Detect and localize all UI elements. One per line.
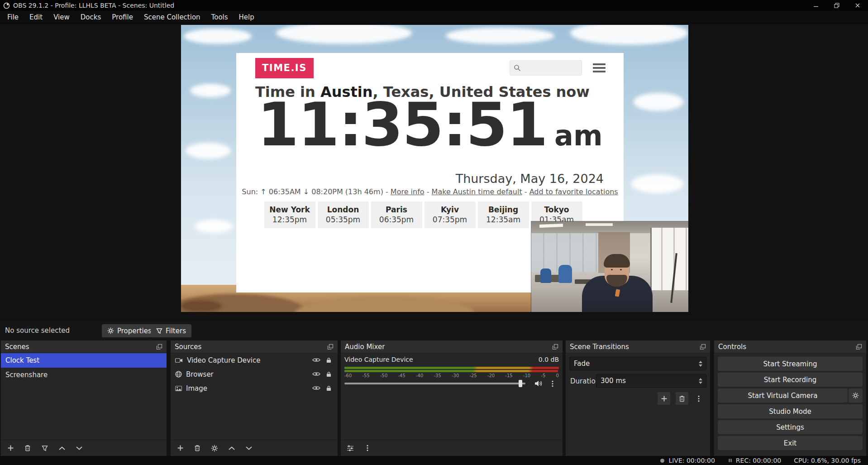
city-cell: Beijing 12:35am [478, 201, 529, 228]
lock-icon [326, 385, 331, 391]
stream-status-icon [659, 458, 665, 464]
move-source-down-button[interactable] [244, 443, 254, 453]
transitions-panel-title: Scene Transitions [570, 343, 629, 351]
meter-tick: -60 [344, 373, 352, 378]
timeis-logo: TIME.IS [255, 58, 314, 78]
exit-button[interactable]: Exit [718, 436, 863, 450]
cpu-usage: CPU: 0.6%, 30.00 fps [794, 457, 861, 464]
start-virtual-camera-button[interactable]: Start Virtual Camera [718, 388, 848, 403]
lock-toggle[interactable] [326, 385, 331, 391]
scene-filters-button[interactable] [40, 443, 50, 453]
hamburger-menu-icon [593, 63, 606, 72]
popout-button[interactable] [156, 344, 162, 350]
move-scene-up-button[interactable] [57, 443, 67, 453]
popout-icon [700, 344, 706, 350]
source-toolbar: No source selected Properties Filters [0, 321, 868, 340]
move-scene-down-button[interactable] [74, 443, 84, 453]
plus-icon [661, 395, 668, 402]
cloud [276, 25, 412, 44]
minimize-button[interactable] [806, 0, 826, 11]
preview-canvas[interactable]: TIME.IS Time in Austin, Texas, United St… [181, 25, 688, 312]
sliders-icon [347, 445, 354, 451]
close-button[interactable] [847, 0, 868, 11]
menu-edit[interactable]: Edit [24, 13, 48, 21]
transition-menu-button[interactable] [694, 393, 704, 403]
mixer-channel-menu-button[interactable] [552, 380, 553, 387]
dots-vertical-icon [698, 395, 700, 402]
popout-button[interactable] [856, 344, 862, 350]
trash-icon [24, 445, 31, 451]
sun-info: Sun: ↑ 06:35AM ↓ 08:20PM (13h 46m) [242, 187, 383, 196]
popout-icon [856, 344, 862, 350]
mute-button[interactable] [534, 380, 544, 387]
remove-transition-button[interactable] [676, 392, 688, 405]
link-make-default: Make Austin time default [432, 187, 522, 196]
visibility-toggle[interactable] [312, 371, 320, 377]
source-item[interactable]: Video Capture Device [171, 353, 338, 367]
webcam-person-eye [620, 269, 622, 270]
lock-toggle[interactable] [326, 357, 331, 363]
advanced-audio-button[interactable] [345, 443, 355, 453]
scene-item[interactable]: Screenshare [1, 368, 167, 382]
remove-source-button[interactable] [192, 443, 202, 453]
settings-button[interactable]: Settings [718, 420, 863, 434]
properties-button[interactable]: Properties [102, 324, 157, 337]
chevron-up-icon [58, 446, 66, 451]
popout-button[interactable] [700, 344, 706, 350]
duration-input[interactable]: 300 ms [596, 374, 706, 388]
meter-tick: -50 [380, 373, 387, 378]
duration-spinner[interactable] [699, 378, 706, 384]
add-scene-button[interactable] [5, 443, 15, 453]
add-transition-button[interactable] [658, 392, 670, 405]
studio-mode-button[interactable]: Studio Mode [718, 404, 863, 418]
menu-help[interactable]: Help [234, 13, 260, 21]
lock-toggle[interactable] [326, 371, 331, 377]
clock: 11:35:51 am [236, 95, 624, 154]
visibility-toggle[interactable] [312, 357, 320, 363]
remove-scene-button[interactable] [23, 443, 33, 453]
mixer-options-button[interactable] [362, 443, 372, 453]
gear-icon [211, 445, 218, 452]
move-source-up-button[interactable] [227, 443, 237, 453]
source-item[interactable]: Browser [171, 367, 338, 381]
menu-tools[interactable]: Tools [206, 13, 234, 21]
gear-icon [107, 327, 114, 334]
start-streaming-button[interactable]: Start Streaming [718, 357, 863, 371]
combo-spinner[interactable] [699, 361, 706, 367]
virtual-camera-settings-button[interactable] [849, 388, 863, 403]
popout-button[interactable] [327, 344, 334, 350]
sun-info-line: Sun: ↑ 06:35AM ↓ 08:20PM (13h 46m) - Mor… [236, 187, 624, 196]
start-recording-button[interactable]: Start Recording [718, 373, 863, 387]
menu-docks[interactable]: Docks [75, 13, 106, 21]
add-source-button[interactable] [175, 443, 185, 453]
source-properties-button[interactable] [210, 443, 219, 453]
restore-icon [834, 3, 839, 8]
dune [181, 300, 222, 312]
webpage-header: TIME.IS [255, 57, 606, 79]
scenes-panel-title: Scenes [5, 343, 29, 351]
minimize-icon [813, 3, 819, 8]
menu-scene-collection[interactable]: Scene Collection [138, 13, 206, 21]
menu-bar: File Edit View Docks Profile Scene Colle… [0, 11, 868, 24]
menu-file[interactable]: File [2, 13, 24, 21]
popout-button[interactable] [552, 344, 558, 350]
maximize-button[interactable] [826, 0, 847, 11]
filters-button[interactable]: Filters [151, 324, 191, 337]
transition-select[interactable]: Fade [569, 357, 706, 370]
scene-item[interactable]: Clock Test [1, 353, 167, 368]
menu-profile[interactable]: Profile [106, 13, 138, 21]
controls-panel: Controls Start Streaming Start Recording… [714, 340, 866, 456]
scene-transitions-panel: Scene Transitions Fade Duration 300 ms [566, 340, 710, 456]
meter-scale: -60 -55 -50 -45 -40 -35 -30 -25 -20 -15 … [344, 373, 559, 378]
volume-slider[interactable] [344, 383, 525, 384]
menu-view[interactable]: View [48, 13, 75, 21]
meter-tick: -15 [505, 373, 512, 378]
lock-icon [326, 371, 331, 377]
visibility-toggle[interactable] [312, 385, 320, 391]
mixer-level-db: 0.0 dB [539, 356, 559, 363]
globe-icon [175, 371, 182, 378]
city-cell: Kyiv 07:35pm [424, 201, 476, 228]
dune [294, 296, 475, 312]
source-item[interactable]: Image [171, 381, 338, 395]
camera-icon [175, 358, 183, 363]
